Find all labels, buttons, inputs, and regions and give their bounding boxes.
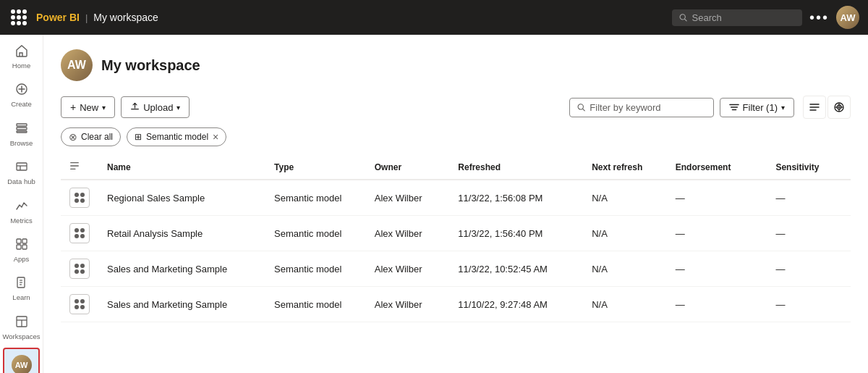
- metrics-icon: [15, 199, 28, 214]
- semantic-model-tag-label: Semantic model: [146, 132, 208, 142]
- more-options-button[interactable]: •••: [809, 9, 829, 26]
- row-icon-cell: [61, 251, 98, 287]
- apps-icon: [15, 238, 28, 253]
- semantic-model-tag-icon: ⊞: [135, 132, 142, 142]
- topbar-workspace-name: My workspace: [93, 12, 158, 23]
- filter-lines-icon: [729, 102, 739, 112]
- row-owner: Alex Wilber: [366, 216, 450, 251]
- sidebar-item-datahub-label: Data hub: [7, 177, 35, 185]
- row-endorsement: —: [667, 251, 767, 287]
- avatar[interactable]: AW: [836, 6, 859, 29]
- item-icon[interactable]: [69, 223, 90, 243]
- semantic-model-filter-tag[interactable]: ⊞ Semantic model ×: [127, 127, 226, 146]
- network-view-button[interactable]: [827, 96, 851, 119]
- filter-keyword-input-wrap[interactable]: [569, 98, 714, 117]
- svg-rect-11: [17, 239, 21, 243]
- svg-rect-5: [17, 124, 27, 126]
- upload-button-label: Upload: [143, 102, 173, 113]
- filter-keyword-input[interactable]: [590, 102, 705, 113]
- svg-rect-8: [17, 163, 27, 170]
- upload-icon: [130, 101, 140, 113]
- create-icon: [15, 83, 28, 98]
- topbar: Power BI | My workspace ••• AW: [0, 0, 868, 35]
- row-owner: Alex Wilber: [366, 180, 450, 216]
- apps-grid-icon[interactable]: [9, 7, 29, 28]
- item-icon[interactable]: [69, 259, 90, 279]
- row-next-refresh: N/A: [583, 180, 667, 216]
- sidebar-item-home-label: Home: [12, 62, 30, 70]
- sidebar-item-create[interactable]: Create: [3, 77, 40, 114]
- upload-button[interactable]: Upload ▾: [121, 96, 190, 118]
- filter-button[interactable]: Filter (1) ▾: [720, 98, 794, 117]
- row-next-refresh: N/A: [583, 287, 667, 322]
- workspace-header: AW My workspace: [61, 49, 851, 81]
- row-name: Regional Sales Sample: [98, 180, 265, 216]
- sidebar-item-browse[interactable]: Browse: [3, 116, 40, 153]
- col-header-refreshed: Refreshed: [449, 155, 583, 180]
- home-icon: [15, 44, 28, 59]
- sidebar: Home Create Browse Data hub Metrics Apps: [0, 35, 43, 373]
- row-sensitivity: —: [767, 216, 851, 251]
- plus-icon: +: [70, 101, 76, 113]
- row-next-refresh: N/A: [583, 251, 667, 287]
- svg-rect-13: [17, 245, 21, 249]
- sidebar-item-myworkspace[interactable]: AW Myworkspace: [3, 348, 40, 373]
- main-content: AW My workspace + New ▾ Upload ▾ Filter …: [43, 35, 868, 373]
- filter-button-label: Filter (1): [743, 102, 778, 113]
- table-row: Sales and Marketing Sample Semantic mode…: [61, 251, 851, 287]
- brand: Power BI | My workspace: [36, 12, 158, 23]
- row-endorsement: —: [667, 216, 767, 251]
- col-header-owner: Owner: [366, 155, 450, 180]
- row-icon-cell: [61, 180, 98, 216]
- filter-search-icon: [577, 103, 586, 112]
- view-toggle: [803, 96, 851, 119]
- sidebar-item-metrics-label: Metrics: [10, 217, 33, 225]
- sidebar-item-learn[interactable]: Learn: [3, 270, 40, 307]
- row-refreshed: 11/3/22, 10:52:45 AM: [449, 251, 583, 287]
- sidebar-item-create-label: Create: [11, 100, 32, 108]
- sidebar-item-home[interactable]: Home: [3, 38, 40, 75]
- semantic-model-tag-close-icon[interactable]: ×: [213, 131, 218, 143]
- row-type: Semantic model: [265, 287, 366, 322]
- row-sensitivity: —: [767, 251, 851, 287]
- item-icon[interactable]: [69, 294, 90, 314]
- row-owner: Alex Wilber: [366, 287, 450, 322]
- row-next-refresh: N/A: [583, 216, 667, 251]
- row-type: Semantic model: [265, 216, 366, 251]
- svg-rect-14: [22, 245, 27, 249]
- svg-rect-6: [17, 127, 27, 130]
- col-header-icon: [61, 155, 98, 180]
- row-refreshed: 11/3/22, 1:56:08 PM: [449, 180, 583, 216]
- sidebar-item-apps[interactable]: Apps: [3, 232, 40, 269]
- row-sensitivity: —: [767, 287, 851, 322]
- sidebar-item-learn-label: Learn: [12, 293, 30, 301]
- new-button-label: New: [80, 102, 98, 113]
- topbar-search[interactable]: [672, 9, 802, 26]
- item-icon[interactable]: [69, 188, 90, 208]
- row-name: Sales and Marketing Sample: [98, 251, 265, 287]
- sidebar-item-workspaces-label: Workspaces: [2, 332, 40, 340]
- clear-all-button[interactable]: ⊗ Clear all: [61, 127, 121, 146]
- row-icon-cell: [61, 216, 98, 251]
- sidebar-item-datahub[interactable]: Data hub: [3, 154, 40, 191]
- clear-icon: ⊗: [69, 131, 77, 143]
- row-sensitivity: —: [767, 180, 851, 216]
- list-view-button[interactable]: [803, 96, 826, 119]
- sidebar-item-metrics[interactable]: Metrics: [3, 193, 40, 230]
- table-row: Retail Analysis Sample Semantic model Al…: [61, 216, 851, 251]
- sidebar-item-workspaces[interactable]: Workspaces: [3, 309, 40, 346]
- new-button[interactable]: + New ▾: [61, 96, 115, 118]
- row-name: Sales and Marketing Sample: [98, 287, 265, 322]
- workspace-avatar: AW: [61, 49, 93, 81]
- col-header-name: Name: [98, 155, 265, 180]
- network-view-icon: [833, 101, 845, 113]
- col-header-type: Type: [265, 155, 366, 180]
- upload-chevron-icon: ▾: [176, 104, 180, 112]
- table-body: Regional Sales Sample Semantic model Ale…: [61, 180, 851, 322]
- brand-name: Power BI: [36, 12, 80, 23]
- datahub-icon: [15, 160, 28, 175]
- svg-rect-7: [17, 131, 27, 133]
- search-input[interactable]: [692, 12, 795, 23]
- col-header-endorsement: Endorsement: [667, 155, 767, 180]
- items-table: Name Type Owner Refreshed Next refresh E…: [61, 155, 851, 322]
